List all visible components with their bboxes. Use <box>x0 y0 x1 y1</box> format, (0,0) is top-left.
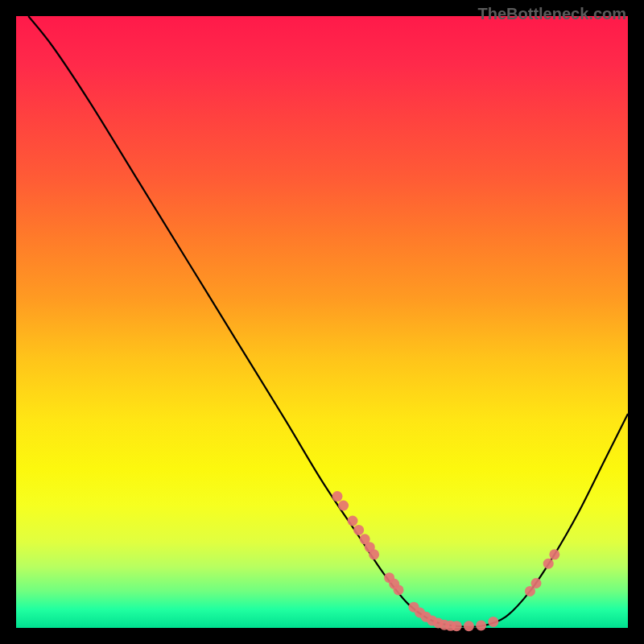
data-point <box>338 501 349 511</box>
data-point <box>348 516 358 526</box>
data-point <box>452 621 462 631</box>
data-point <box>353 525 364 535</box>
data-point <box>543 559 554 569</box>
data-point <box>332 491 343 502</box>
plot-area <box>16 16 628 628</box>
chart-svg <box>16 16 628 628</box>
data-point <box>476 620 486 630</box>
data-point <box>488 617 498 627</box>
data-points <box>332 491 560 631</box>
bottleneck-curve <box>28 16 628 627</box>
data-point <box>531 578 542 588</box>
data-point <box>369 549 379 559</box>
data-point <box>549 549 559 559</box>
data-point <box>394 584 404 595</box>
data-point <box>464 621 474 631</box>
watermark-text: TheBottleneck.com <box>478 5 626 23</box>
